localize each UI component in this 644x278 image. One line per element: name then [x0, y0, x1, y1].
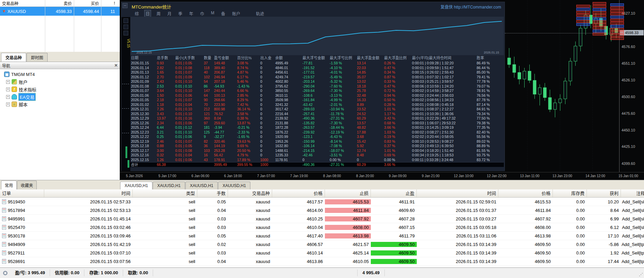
tree-item-accounts[interactable]: + 账户 [1, 78, 120, 86]
stop-loss-hit-cell: 4607.92 [325, 216, 371, 221]
chart-tab-2[interactable]: XAUUSD,H1 [185, 182, 218, 189]
buy-order-label [593, 30, 606, 32]
stats-row[interactable]: 2025.12.173.000.01 | 0.08103253.2820.50 … [130, 149, 504, 153]
orders-col-header-3[interactable]: 手数 [197, 189, 228, 197]
orders-col-header-2[interactable]: 类型 [133, 189, 197, 197]
stats-row[interactable]: 2025.12.151.260.01 | 0.0643178.9117.89 %… [130, 158, 504, 163]
chart-tab-1[interactable]: XAUUSD,H1 [153, 182, 185, 189]
order-doc-icon [2, 225, 6, 230]
stats-row[interactable]: 2025.12.160.320.01 | 0.041656.424.79 %01… [130, 153, 504, 158]
stats-tab-9[interactable]: 账户 [231, 10, 241, 17]
expand-icon[interactable]: + [6, 95, 10, 99]
order-ticket: 9525470 [0, 225, 44, 230]
order-row[interactable]: 95286912026.01.15 03:07:56sell0.04xauusd… [0, 257, 644, 266]
minimize-icon[interactable]: ─ [122, 3, 128, 8]
orders-col-header-12[interactable]: 注释 [621, 189, 644, 197]
stats-col-header-2: 最小|大手数 [175, 55, 203, 61]
stats-row[interactable]: 2025.12.220.250.01 | 0.069-32.27-1.65 %0… [130, 135, 504, 139]
orders-col-header-1[interactable]: 时间 [44, 189, 133, 197]
orders-col-header-10[interactable]: 库存费 [553, 189, 587, 197]
tree-item-expert-advisors[interactable]: + EA交易 [1, 93, 120, 101]
chart-tab-0[interactable]: XAUUSD,H1 [120, 182, 152, 189]
stats-tab-10[interactable]: 轨迹 [255, 10, 265, 17]
order-row[interactable]: 95254702026.01.15 03:02:46sell0.03xauusd… [0, 223, 644, 232]
order-row[interactable]: 94949092026.01.15 01:42:19sell0.02xauusd… [0, 240, 644, 249]
symbol-row-xauusd[interactable]: ▼XAUUSD 4598.33 4598.44 11 [0, 7, 120, 16]
tree-item-scripts[interactable]: + ≡ 脚本 [1, 101, 120, 108]
ask-column-header[interactable]: 买价 [74, 0, 101, 6]
time-axis-label: 6 Jan 18:00 [224, 174, 242, 178]
tab-symbols[interactable]: 交易品种 [1, 53, 26, 62]
orders-col-header-8[interactable]: 时间 [417, 189, 498, 197]
stats-total-row[interactable]: 合计66.383995.49399.55 %1000-490.36-27.31 … [130, 162, 504, 167]
stats-row[interactable]: 2025.12.180.880.01 | 0.0536144.199.69 %0… [130, 144, 504, 149]
tree-item-indicators[interactable]: + f 技术指标 [1, 86, 120, 93]
stats-row[interactable]: 2025.12.246.440.01 | 0.12181-3.94-0.21 %… [130, 125, 504, 130]
stats-row[interactable]: 2026.01.131.650.01 | 0.0740206.874.87 %0… [130, 70, 504, 75]
stats-row[interactable]: 2026.01.092.430.01 | 0.1054207.185.46 %0… [130, 79, 504, 84]
gridline-tick [122, 84, 129, 84]
background-candle-sliver [126, 146, 127, 158]
close-icon[interactable]: ✕ [114, 63, 118, 68]
sell-order-label [593, 5, 606, 8]
mtcommander-stats-panel[interactable]: ─ MTCommander统计 复盘侠 http://MTCommander.c… [121, 2, 505, 171]
stats-row[interactable]: 2026.01.021.180.01 | 0.0470223.907.42 %0… [130, 103, 504, 107]
stats-tab-8[interactable]: 备 [220, 10, 226, 17]
order-row[interactable]: 95279112026.01.15 03:07:10sell0.03xauusd… [0, 249, 644, 257]
stats-panel-brand-link[interactable]: 复盘侠 http://MTCommander.com [441, 4, 501, 10]
bid-column-header[interactable]: 卖价 [45, 0, 74, 6]
stats-row[interactable]: 2026.01.052.180.01 | 0.0790268.668.29 %0… [130, 98, 504, 103]
stats-tab-6[interactable]: 巾 [199, 10, 205, 17]
orders-col-header-6[interactable]: 止损 [325, 189, 371, 197]
stats-row[interactable]: 2026.01.150.930.01 | 0.0537149.483.08 %0… [130, 61, 504, 66]
stats-tab-0[interactable]: 综 [134, 10, 140, 17]
chart-tab-3[interactable]: XAUUSD,H1 [218, 182, 250, 189]
order-row[interactable]: 95301782026.01.15 03:09:46sell0.05xauusd… [0, 232, 644, 240]
grid-icon[interactable] [123, 25, 128, 29]
gridline-tick [122, 133, 129, 133]
stats-row[interactable]: 2026.01.082.530.01 | 0.1086-54.93-1.43 %… [130, 84, 504, 89]
expand-icon[interactable]: + [6, 88, 10, 91]
orders-col-header-0[interactable]: 订单 [0, 189, 44, 197]
stats-row[interactable]: 2025.12.233.210.01 | 0.10125-44.77-2.33 … [130, 130, 504, 135]
orders-col-header-7[interactable]: 止盈 [371, 189, 417, 197]
stats-tab-7[interactable]: M [210, 10, 215, 17]
stats-tab-1[interactable]: 日 [145, 10, 151, 17]
tab-favorites[interactable]: 收藏夹 [17, 181, 37, 189]
tab-tick-chart[interactable]: 即时图 [27, 53, 48, 62]
stats-row[interactable]: 2026.01.061.500.01 | 0.0664100.132.85 %0… [130, 93, 504, 98]
order-row[interactable]: 94959912026.01.15 01:45:14sell0.03xauusd… [0, 215, 644, 223]
time-axis-label: 9 Jan 09:00 [389, 174, 407, 178]
tree-root-account-server[interactable]: ▣ TMGM MT4 [1, 71, 120, 78]
stats-row[interactable]: 2025.12.262.340.01 | 0.0697259.6013.87 %… [130, 121, 504, 126]
expand-icon[interactable]: + [6, 103, 10, 106]
stats-table: 日期总手数最小|大手数数量盈亏金额百分比%出入金余额最大浮亏金额最大浮亏比例最大… [130, 55, 504, 167]
orders-col-header-5[interactable]: 价格 [272, 189, 325, 197]
order-row[interactable]: 95178942026.01.15 02:53:13sell0.04xauusd… [0, 206, 644, 215]
stats-row[interactable]: 2025.12.192.460.01 | 0.0782320.4619.63 %… [130, 139, 504, 144]
stats-tab-2[interactable]: 周 [155, 10, 162, 17]
stats-tab-5[interactable]: 年 [188, 10, 194, 17]
resize-grip[interactable] [639, 272, 643, 277]
expand-icon[interactable]: + [6, 80, 10, 84]
orders-col-header-11[interactable]: 获利 [587, 189, 621, 197]
stop-loss-hit-cell: 4611.84 [325, 208, 371, 213]
tab-common[interactable]: 常用 [1, 181, 17, 189]
alert-column-header[interactable]: ! [101, 1, 120, 6]
camera-icon[interactable] [123, 18, 128, 23]
symbol-column-header[interactable]: 交易品种 [0, 0, 45, 6]
stats-row[interactable]: 2025.12.2913.970.01 | 0.163608.040.38 %0… [130, 116, 504, 121]
stats-row[interactable]: 2026.01.142.820.01 | 0.08118389.408.74 %… [130, 66, 504, 71]
orders-col-header-4[interactable]: 交易品种 [228, 189, 272, 197]
order-ticket: 9528691 [0, 259, 44, 264]
order-row[interactable]: 95194502026.01.15 02:57:33sell0.05xauusd… [0, 198, 644, 206]
stats-row[interactable]: 2026.01.073.640.01 | 0.10147240.446.66 %… [130, 89, 504, 93]
stats-tab-3[interactable]: 月 [166, 10, 172, 17]
settings-icon[interactable] [123, 31, 128, 35]
stats-col-header-12: 最小|平均|最大持仓时间 [411, 55, 476, 61]
orders-col-header-9[interactable]: 价格 [498, 189, 553, 197]
stats-tab-4[interactable]: 季 [177, 10, 183, 17]
stats-row[interactable]: 2025.12.317.260.01 | 0.10212800.9836.14 … [130, 107, 504, 112]
stats-row[interactable]: 2025.12.303.430.01 | 0.1012176.523.58 %0… [130, 112, 504, 117]
stats-row[interactable]: 2026.01.122.700.01 | 0.09102246.946.17 %… [130, 75, 504, 80]
